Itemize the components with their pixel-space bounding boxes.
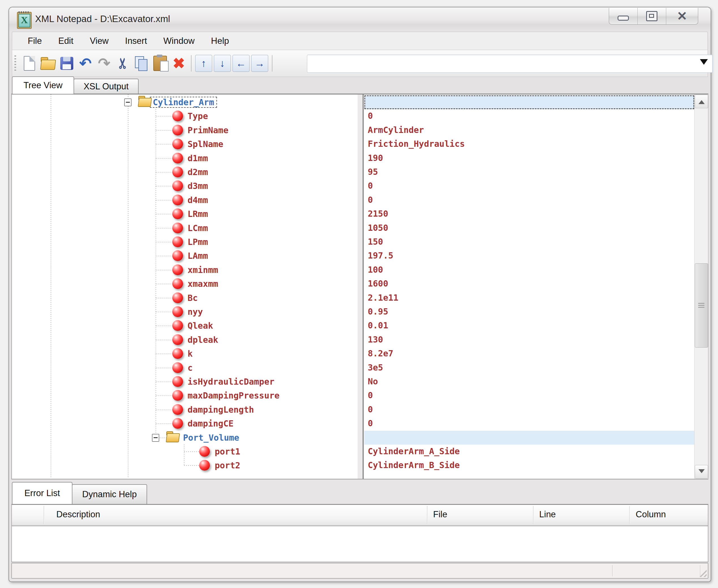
tree-node-label[interactable]: maxDampingPressure	[188, 388, 280, 402]
tree-node-label[interactable]: isHydraulicDamper	[188, 375, 274, 388]
tree-node-label[interactable]: k	[188, 347, 193, 361]
scroll-down-button[interactable]	[695, 465, 708, 479]
value-cell[interactable]: 0	[364, 403, 694, 417]
attribute-icon[interactable]	[172, 320, 183, 331]
minimize-button[interactable]	[609, 8, 638, 24]
toolbar-grip[interactable]	[15, 56, 16, 71]
value-cell[interactable]: 2.1e11	[364, 291, 694, 305]
attribute-icon[interactable]	[172, 236, 183, 247]
tree-node-label[interactable]: SplName	[188, 137, 223, 151]
nudge-down-button[interactable]: ↓	[213, 54, 232, 73]
attribute-icon[interactable]	[199, 460, 210, 470]
value-cell[interactable]: 0	[364, 388, 694, 402]
nudge-up-button[interactable]: ↑	[194, 54, 213, 73]
value-cell[interactable]: Friction_Hydraulics	[364, 137, 694, 151]
attribute-icon[interactable]	[199, 446, 210, 457]
tree-node-label[interactable]: c	[188, 361, 193, 375]
open-button[interactable]	[39, 54, 57, 73]
menu-item-help[interactable]: Help	[211, 36, 229, 46]
cut-button[interactable]: ✂	[114, 54, 132, 73]
attribute-icon[interactable]	[172, 208, 183, 219]
new-button[interactable]	[20, 54, 39, 73]
column-header-description[interactable]: Description	[56, 509, 100, 520]
tree-node-label[interactable]: d1mm	[188, 151, 208, 165]
tree-node-label[interactable]: LCmm	[188, 221, 208, 235]
attribute-icon[interactable]	[172, 250, 183, 261]
attribute-icon[interactable]	[172, 306, 183, 317]
column-header-file[interactable]: File	[433, 509, 447, 520]
resize-grip[interactable]	[697, 567, 707, 577]
value-cell[interactable]: 150	[364, 235, 694, 249]
tree-node-label[interactable]: Cylinder_Arm	[153, 95, 217, 109]
attribute-icon[interactable]	[172, 278, 183, 289]
column-separator[interactable]	[427, 506, 428, 524]
column-header-line[interactable]: Line	[539, 509, 556, 520]
value-cell[interactable]	[364, 431, 694, 445]
tab-dynamic-help[interactable]: Dynamic Help	[72, 484, 147, 504]
nudge-left-button[interactable]: ←	[232, 54, 250, 73]
value-cell[interactable]	[364, 95, 694, 109]
attribute-icon[interactable]	[172, 334, 183, 345]
maximize-button[interactable]	[638, 8, 666, 24]
value-cell[interactable]: CylinderArm_B_Side	[364, 459, 694, 472]
value-cell[interactable]: 190	[364, 151, 694, 165]
tree-node-label[interactable]: LAmm	[188, 249, 208, 263]
attribute-icon[interactable]	[172, 139, 183, 149]
attribute-icon[interactable]	[172, 110, 183, 121]
tree-node-label[interactable]: xminmm	[188, 263, 218, 277]
attribute-icon[interactable]	[172, 418, 183, 429]
menu-item-file[interactable]: File	[28, 36, 42, 46]
tree-node-label[interactable]: dampingLength	[188, 403, 254, 417]
vertical-scrollbar[interactable]	[694, 94, 708, 479]
value-cell[interactable]: 197.5	[364, 249, 694, 263]
tree-node-label[interactable]: Type	[188, 109, 208, 123]
menu-item-window[interactable]: Window	[164, 36, 194, 46]
menu-item-edit[interactable]: Edit	[58, 36, 73, 46]
column-separator[interactable]	[629, 506, 630, 524]
value-cell[interactable]: ArmCylinder	[364, 123, 694, 137]
attribute-icon[interactable]	[172, 223, 183, 233]
attribute-icon[interactable]	[172, 125, 183, 135]
tree-node-label[interactable]: xmaxmm	[188, 277, 218, 291]
nudge-right-button[interactable]: →	[250, 54, 269, 73]
tab-error-list[interactable]: Error List	[12, 482, 73, 504]
xpath-combobox[interactable]	[307, 55, 713, 73]
menu-item-view[interactable]: View	[90, 36, 109, 46]
tree-node-label[interactable]: Port_Volume	[183, 431, 239, 445]
attribute-icon[interactable]	[172, 153, 183, 164]
attribute-icon[interactable]	[172, 181, 183, 191]
column-header-column[interactable]: Column	[636, 509, 666, 520]
value-cell[interactable]: 2150	[364, 207, 694, 221]
tree-node-label[interactable]: dampingCE	[188, 417, 234, 430]
tree-node-label[interactable]: d2mm	[188, 165, 208, 179]
tree-node-label[interactable]: Bc	[188, 291, 198, 305]
tree-node-label[interactable]: d4mm	[188, 193, 208, 207]
tree-node-label[interactable]: PrimName	[188, 123, 229, 137]
tree-node-label[interactable]: Qleak	[188, 319, 213, 333]
value-cell[interactable]: 3e5	[364, 361, 694, 375]
undo-button[interactable]: ↶	[76, 54, 95, 73]
value-cell[interactable]: No	[364, 375, 694, 388]
tree-node-label[interactable]: port1	[215, 445, 240, 459]
save-button[interactable]	[57, 54, 76, 73]
tree-node-label[interactable]: nyy	[188, 305, 203, 319]
value-cell[interactable]: 0	[364, 109, 694, 123]
delete-button[interactable]: ✖	[169, 54, 188, 73]
close-button[interactable]: ✕	[666, 8, 698, 24]
value-cell[interactable]: 95	[364, 165, 694, 179]
value-cell[interactable]: 0	[364, 193, 694, 207]
scroll-up-button[interactable]	[695, 95, 708, 108]
value-cell[interactable]: 1600	[364, 277, 694, 291]
tab-tree-view[interactable]: Tree View	[12, 76, 74, 94]
menu-item-insert[interactable]: Insert	[125, 36, 147, 46]
value-cell[interactable]: 0	[364, 417, 694, 430]
tree-node-label[interactable]: LRmm	[188, 207, 208, 221]
value-cell[interactable]: 0	[364, 179, 694, 193]
attribute-icon[interactable]	[172, 167, 183, 177]
attribute-icon[interactable]	[172, 376, 183, 387]
tree-node-label[interactable]: port2	[215, 459, 240, 472]
redo-button[interactable]: ↷	[95, 54, 114, 73]
column-separator[interactable]	[533, 506, 534, 524]
title-bar[interactable]: X XML Notepad - D:\Excavator.xml ✕	[9, 7, 711, 32]
tree-node-label[interactable]: LPmm	[188, 235, 208, 249]
